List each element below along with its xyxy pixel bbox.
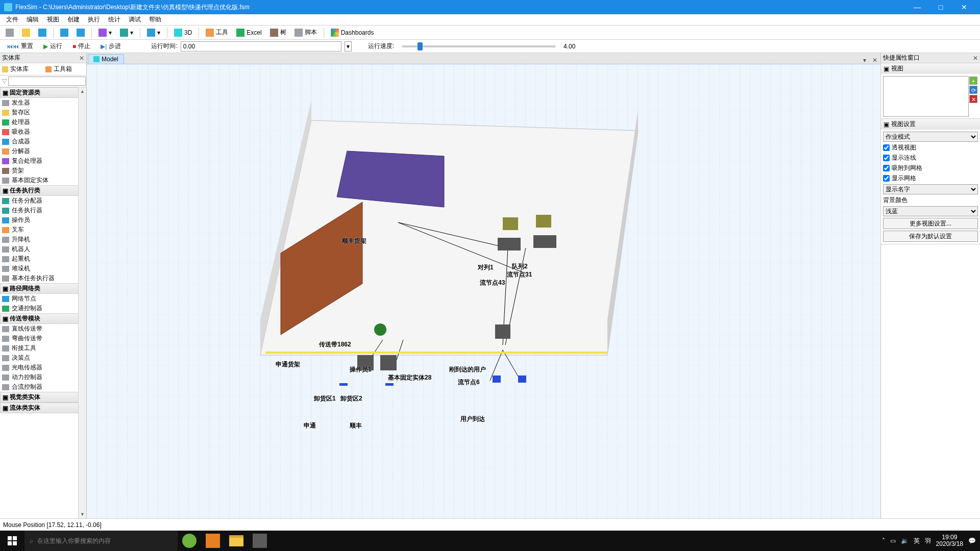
library-item[interactable]: 复合处理器: [0, 156, 86, 166]
scroll-down[interactable]: ▼: [79, 510, 86, 518]
open-button[interactable]: [18, 27, 34, 38]
menu-run[interactable]: 执行: [84, 15, 104, 24]
slider-thumb[interactable]: [418, 42, 423, 51]
library-item[interactable]: 光电传感器: [0, 363, 86, 372]
library-item[interactable]: 衔接工具: [0, 343, 86, 353]
library-item[interactable]: 分解器: [0, 146, 86, 156]
redo-button[interactable]: [73, 27, 88, 38]
save-button[interactable]: [35, 27, 50, 38]
library-item[interactable]: 起重机: [0, 254, 86, 264]
tray-notifications-icon[interactable]: 💬: [968, 537, 976, 544]
library-scrollbar[interactable]: ▲ ▼: [78, 87, 86, 518]
task-flexsim[interactable]: [248, 531, 272, 551]
library-item[interactable]: 升降机: [0, 235, 86, 244]
tab-close[interactable]: ✕: [869, 57, 880, 64]
task-explorer[interactable]: [225, 531, 248, 551]
library-group[interactable]: ▣流体类实体: [0, 403, 86, 413]
section-view-header[interactable]: ▣视图: [881, 63, 980, 74]
library-item[interactable]: 暂存区: [0, 108, 86, 117]
runtime-dropdown[interactable]: ▾: [345, 41, 352, 52]
tab-dropdown[interactable]: ▾: [860, 57, 869, 64]
menu-file[interactable]: 文件: [2, 15, 22, 24]
undo-button[interactable]: [57, 27, 72, 38]
library-item[interactable]: 交通控制器: [0, 304, 86, 313]
scroll-up[interactable]: ▲: [79, 87, 86, 95]
library-item[interactable]: 基本任务执行器: [0, 273, 86, 283]
3d-button[interactable]: 3D: [170, 27, 195, 38]
tray-battery-icon[interactable]: ▭: [890, 537, 896, 544]
library-item[interactable]: 合成器: [0, 137, 86, 146]
showname-select[interactable]: 显示名字: [883, 184, 978, 194]
tools-button[interactable]: 工具: [202, 27, 232, 38]
library-group[interactable]: ▣视觉类实体: [0, 392, 86, 403]
library-item[interactable]: 决策点: [0, 353, 86, 363]
color-button[interactable]: ▾: [143, 27, 164, 38]
close-button[interactable]: ✕: [952, 0, 976, 14]
cb-perspective-input[interactable]: [883, 144, 890, 151]
run-button[interactable]: ▶运行: [40, 40, 66, 52]
more-viewsettings-button[interactable]: 更多视图设置...: [883, 218, 978, 229]
cb-showlines-input[interactable]: [883, 155, 890, 161]
library-item[interactable]: 叉车: [0, 225, 86, 235]
task-app-1[interactable]: [178, 531, 201, 551]
library-item[interactable]: 任务分配器: [0, 196, 86, 206]
tab-model[interactable]: Model: [88, 54, 124, 64]
library-item[interactable]: 弯曲传送带: [0, 334, 86, 343]
save-default-button[interactable]: 保存为默认设置: [883, 231, 978, 242]
dashboards-button[interactable]: Dashboards: [327, 27, 378, 38]
bgcolor-select[interactable]: 浅蓝: [883, 206, 978, 216]
wizard1-button[interactable]: ▾: [95, 27, 115, 38]
tray-chevron[interactable]: ˄: [882, 537, 885, 544]
menu-help[interactable]: 帮助: [145, 15, 165, 24]
tray-volume-icon[interactable]: 🔉: [901, 537, 909, 544]
library-item[interactable]: 合流控制器: [0, 382, 86, 392]
tab-toolbox[interactable]: 工具箱: [43, 63, 87, 75]
cb-snap[interactable]: 吸附到网格: [883, 164, 978, 172]
stop-button[interactable]: ■停止: [69, 40, 94, 52]
cb-snap-input[interactable]: [883, 165, 890, 171]
library-item[interactable]: 动力控制器: [0, 372, 86, 382]
cb-showgrid[interactable]: 显示网格: [883, 174, 978, 183]
tray-clock[interactable]: 19:09 2020/3/18: [936, 534, 963, 547]
library-item[interactable]: 吸收器: [0, 127, 86, 137]
library-group[interactable]: ▣固定资源类: [0, 87, 86, 98]
runtime-input[interactable]: [181, 41, 341, 52]
script-button[interactable]: 脚本: [291, 27, 321, 38]
maximize-button[interactable]: □: [929, 0, 952, 14]
view-delete-button[interactable]: ✕: [969, 95, 977, 103]
menu-create[interactable]: 创建: [63, 15, 84, 24]
start-button[interactable]: [0, 531, 24, 551]
library-item[interactable]: 任务执行器: [0, 206, 86, 215]
menu-stats[interactable]: 统计: [104, 15, 125, 24]
menu-debug[interactable]: 调试: [125, 15, 145, 24]
new-button[interactable]: [2, 27, 17, 38]
workmode-select[interactable]: 作业模式: [883, 132, 978, 142]
tab-library[interactable]: 实体库: [0, 63, 43, 75]
library-item[interactable]: 直线传送带: [0, 324, 86, 334]
library-item[interactable]: 货架: [0, 166, 86, 176]
section-viewsettings-header[interactable]: ▣视图设置: [881, 119, 980, 130]
library-item[interactable]: 发生器: [0, 98, 86, 108]
library-item[interactable]: 操作员: [0, 215, 86, 225]
library-filter-input[interactable]: [8, 77, 86, 86]
library-item[interactable]: 堆垛机: [0, 264, 86, 273]
library-group[interactable]: ▣传送带模块: [0, 313, 86, 324]
menu-edit[interactable]: 编辑: [22, 15, 43, 24]
library-group[interactable]: ▣任务执行类: [0, 185, 86, 196]
speed-slider[interactable]: [402, 45, 555, 47]
library-item[interactable]: 处理器: [0, 117, 86, 127]
view-refresh-button[interactable]: ⟳: [969, 86, 977, 94]
reset-button[interactable]: ⏮⏮重置: [3, 40, 37, 52]
menu-view[interactable]: 视图: [43, 15, 63, 24]
task-app-2[interactable]: [201, 531, 225, 551]
tray-ime[interactable]: 英: [914, 537, 920, 545]
view-add-button[interactable]: +: [969, 77, 977, 85]
library-item[interactable]: 网络节点: [0, 294, 86, 304]
library-item[interactable]: 基本固定实体: [0, 176, 86, 185]
excel-button[interactable]: Excel: [233, 27, 265, 38]
properties-close[interactable]: ✕: [973, 55, 978, 62]
tree-button[interactable]: 树: [266, 27, 290, 38]
library-group[interactable]: ▣路径网络类: [0, 283, 86, 294]
cb-perspective[interactable]: 透视视图: [883, 143, 978, 152]
tray-ime2[interactable]: 羽: [925, 537, 931, 545]
